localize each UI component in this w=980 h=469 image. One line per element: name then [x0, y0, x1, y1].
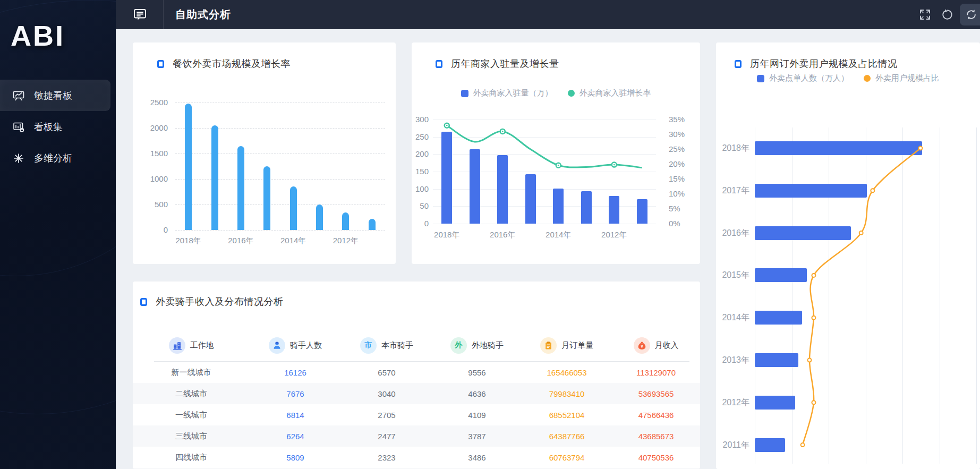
y-axis-category-label: 2016年	[716, 228, 749, 239]
table-cell: 四线城市	[133, 453, 250, 463]
card-title-row: 餐饮外卖市场规模及增长率	[157, 57, 291, 70]
legend-item-users[interactable]: 外卖点单人数（万人）	[757, 73, 849, 83]
card-riders-table: 外卖骑手收入及分布情况分析 工作地骑手人数市本市骑手外外地骑手月订单量¥月收入 …	[133, 282, 700, 469]
refresh-button[interactable]	[960, 4, 980, 25]
bar-slot	[201, 103, 227, 230]
left-axis-tick-label: 150	[412, 167, 429, 176]
fullscreen-icon[interactable]	[919, 8, 931, 21]
gridline	[976, 127, 977, 464]
sidebar-nav: 敏捷看板 看板集 多维分析	[0, 80, 116, 174]
legend-label: 外卖点单人数（万人）	[769, 73, 849, 83]
asterisk-analysis-icon	[13, 152, 24, 164]
x-axis-tick-label	[201, 236, 227, 246]
y-axis-category-label: 2011年	[716, 440, 749, 451]
column-header-label: 本市骑手	[381, 340, 413, 351]
checkbox-icon[interactable]	[436, 60, 442, 68]
orders-icon	[540, 337, 557, 354]
sidebar-item-agile-board[interactable]: 敏捷看板	[0, 80, 110, 111]
sidebar-item-multidim-analysis[interactable]: 多维分析	[0, 142, 116, 174]
x-axis-tick-label	[306, 236, 333, 246]
table-row: 四线城市5809232334866076379440750536	[133, 447, 700, 468]
x-axis-labels: 2018年2016年2014年2012年	[433, 230, 656, 240]
card-title: 历年网订外卖用户规模及占比情况	[750, 57, 898, 70]
table-cell: 3040	[341, 389, 432, 398]
table-cell: 40750536	[612, 453, 700, 462]
left-axis-tick-label: 100	[412, 184, 429, 193]
right-axis-tick-label: 25%	[669, 144, 693, 154]
bar	[290, 186, 297, 230]
app-logo: ABI	[11, 19, 65, 52]
boards-icon	[13, 121, 24, 133]
bar-slot	[333, 103, 359, 230]
bar-slot	[175, 103, 201, 230]
x-axis-tick-label: 2012年	[600, 230, 628, 240]
left-axis-tick-label: 0	[412, 219, 429, 228]
table-cell: 三线城市	[133, 431, 250, 441]
x-axis-labels: 2018年2016年2014年2012年	[175, 236, 385, 246]
right-axis-tick-label: 5%	[669, 204, 693, 213]
table-cell: 79983410	[522, 389, 612, 398]
x-axis-tick-label: 2014年	[280, 236, 306, 246]
left-axis-tick-label: 250	[412, 132, 429, 141]
y-axis-tick-label: 500	[133, 200, 168, 209]
x-axis-tick-label: 2018年	[175, 236, 201, 246]
legend-dot-icon	[568, 90, 575, 97]
table-cell: 6264	[250, 432, 341, 441]
icon-glyph: 市	[365, 340, 372, 350]
legend-item-user-ratio[interactable]: 外卖用户规模占比	[864, 73, 939, 83]
y-axis-category-label: 2015年	[716, 270, 749, 281]
table-cell: 47566436	[612, 411, 700, 420]
bar-slot	[280, 103, 306, 230]
legend-item-growth-rate[interactable]: 外卖商家入驻增长率	[568, 88, 651, 98]
y-axis-category-label: 2013年	[716, 355, 749, 366]
checkbox-icon[interactable]	[735, 60, 742, 68]
column-header-5: 月订单量	[522, 334, 612, 357]
table-cell: 68552104	[522, 411, 612, 420]
y-axis-tick-label: 2000	[133, 123, 168, 132]
x-axis-tick-label: 2012年	[333, 236, 359, 246]
column-header-label: 工作地	[190, 340, 214, 351]
sidebar-item-label: 敏捷看板	[34, 89, 72, 102]
undo-icon[interactable]	[941, 8, 953, 21]
y-axis-tick-label: 2500	[133, 98, 168, 107]
column-header-1: 工作地	[133, 334, 250, 357]
table-cell: 64387766	[522, 432, 612, 441]
table-row: 新一线城市1612665709556165466053113129070	[133, 362, 700, 383]
bar	[369, 219, 376, 230]
legend-item-merchants[interactable]: 外卖商家入驻量（万）	[461, 88, 553, 98]
y-axis-tick-label: 0	[133, 225, 168, 234]
bar	[316, 204, 323, 230]
checkbox-icon[interactable]	[140, 298, 147, 306]
x-axis-tick-label	[461, 230, 489, 240]
right-axis-tick-label: 35%	[669, 115, 693, 124]
table-cell: 43685673	[612, 432, 700, 441]
dashboard-list-icon[interactable]	[133, 7, 147, 22]
sidebar: ABI 敏捷看板 看板集 多维分析	[0, 0, 116, 469]
bar	[263, 166, 270, 230]
y-axis-category-label: 2014年	[716, 312, 749, 323]
board-chart-icon	[13, 90, 24, 101]
legend-label: 外卖商家入驻增长率	[580, 88, 651, 98]
checkbox-icon[interactable]	[157, 60, 164, 68]
bar	[342, 212, 349, 230]
legend-label: 外卖商家入驻量（万）	[473, 88, 553, 98]
outside-char-icon: 外	[450, 337, 467, 354]
table-cell: 165466053	[522, 368, 612, 377]
table-cell: 2705	[341, 411, 432, 420]
y-axis-category-label: 2012年	[716, 397, 749, 408]
card-title-row: 外卖骑手收入及分布情况分析	[140, 295, 284, 308]
legend-dot-icon	[864, 75, 871, 82]
legend-square-icon	[757, 75, 764, 82]
table-cell: 9556	[432, 368, 522, 377]
sidebar-item-label: 看板集	[34, 121, 63, 133]
table-cell: 6814	[250, 411, 341, 420]
chart-legend: 外卖点单人数（万人） 外卖用户规模占比	[716, 73, 980, 83]
legend-square-icon	[461, 90, 468, 97]
bar-slot	[254, 103, 280, 230]
sidebar-item-board-set[interactable]: 看板集	[0, 111, 116, 142]
bar-series	[175, 103, 385, 230]
x-axis-tick-label: 2018年	[433, 230, 461, 240]
card-title-row: 历年网订外卖用户规模及占比情况	[735, 57, 898, 70]
rider-icon	[269, 337, 285, 354]
card-title-row: 历年商家入驻量及增长量	[436, 57, 559, 70]
